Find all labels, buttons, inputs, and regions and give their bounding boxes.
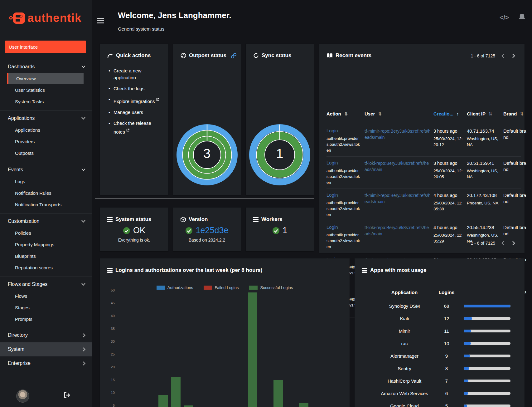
pagination-prev-icon[interactable] xyxy=(500,240,506,246)
pagination-label: 1 - 6 of 7125 xyxy=(471,53,495,58)
event-action-link[interactable]: Login xyxy=(326,192,338,198)
bell-icon[interactable] xyxy=(518,13,526,23)
avatar[interactable] xyxy=(16,390,29,403)
sidebar-item-flows[interactable]: Flows xyxy=(0,290,92,302)
sidebar-item-prompts[interactable]: Prompts xyxy=(0,313,92,325)
page-title: Welcome, Jens Langhammer. xyxy=(118,11,231,20)
event-user-link[interactable]: tf-mimir-repo:BeryJu/k8s:ref:refs/heads/… xyxy=(365,192,431,205)
app-usage-row: Sentry8 xyxy=(376,362,520,375)
legend-swatch xyxy=(249,286,258,290)
user-interface-button[interactable]: User interface xyxy=(5,41,86,53)
apps-col-application: Application xyxy=(376,290,433,295)
event-time-ago: 4 hours ago xyxy=(433,224,467,231)
chart-bar-successful-logins xyxy=(273,380,283,407)
legend-item-successful-logins[interactable]: Successful Logins xyxy=(249,285,293,290)
pagination-next-icon[interactable] xyxy=(510,53,517,59)
event-action-link[interactable]: Login xyxy=(326,224,338,230)
sidebar-item-logs[interactable]: Logs xyxy=(0,176,92,187)
sidebar-item-notification-transports[interactable]: Notification Transports xyxy=(0,199,92,210)
pagination-next-icon[interactable] xyxy=(510,240,517,246)
legend-item-authorizations[interactable]: Authorizations xyxy=(157,285,193,290)
events-col-client-ip[interactable]: Client IP⇅ xyxy=(467,111,503,116)
sidebar-item-applications[interactable]: Applications xyxy=(0,124,92,136)
sort-icon: ⇅ xyxy=(344,111,348,116)
chart-bar-successful-logins xyxy=(299,403,308,407)
event-action-link[interactable]: Login xyxy=(326,128,338,133)
quick-action-label: Check the release notes xyxy=(114,120,151,135)
sidebar-item-property-mappings[interactable]: Property Mappings xyxy=(0,239,92,250)
sidebar-item-reputation-scores[interactable]: Reputation scores xyxy=(0,262,92,273)
events-col-action[interactable]: Action⇅ xyxy=(326,111,365,116)
chart-bar-successful-logins xyxy=(158,395,168,407)
quick-action-explore-integrations[interactable]: Explore integrations xyxy=(108,96,163,105)
sidebar-section-applications[interactable]: Applications xyxy=(0,112,92,124)
pagination-prev-icon[interactable] xyxy=(500,53,506,59)
legend-item-failed-logins[interactable]: Failed Logins xyxy=(204,285,239,290)
system-status-value: OK xyxy=(133,226,145,235)
sidebar-item-system-tasks[interactable]: System Tasks xyxy=(0,96,92,107)
recent-events-card: Recent events 1 - 6 of 7125 Action⇅User⇅… xyxy=(319,44,525,253)
quick-action-manage-users[interactable]: Manage users xyxy=(108,109,163,116)
app-name: Alertmanager xyxy=(376,353,433,359)
sidebar-item-providers[interactable]: Providers xyxy=(0,136,92,147)
outpost-icon xyxy=(181,53,186,58)
app-usage-row: Synology DSM68 xyxy=(376,300,520,312)
event-user-link[interactable]: tf-mimir-repo:BeryJu/k8s:ref:refs/heads/… xyxy=(365,128,431,140)
section-divider xyxy=(95,199,314,199)
app-login-count: 8 xyxy=(433,366,461,371)
events-col-user[interactable]: User⇅ xyxy=(365,111,433,116)
events-col-creatio[interactable]: Creatio...↑ xyxy=(433,111,467,116)
logo-wordmark: authentik xyxy=(27,12,81,25)
sidebar-section-label: Applications xyxy=(8,115,35,121)
page-subtitle: General system status xyxy=(118,26,164,32)
events-table-header: Action⇅User⇅Creatio...↑Client IP⇅Brand⇅ xyxy=(326,111,521,121)
sidebar-item-blueprints[interactable]: Blueprints xyxy=(0,250,92,262)
code-icon[interactable]: </> xyxy=(500,14,509,21)
server-icon xyxy=(253,217,259,222)
quick-action-check-the-release-notes[interactable]: Check the release notes xyxy=(108,120,163,135)
event-row: Loginauthentik.providers.oauth2.views.to… xyxy=(326,221,521,253)
event-date: 25/03/2024, 12:20:05 xyxy=(433,168,465,180)
sidebar-item-stages[interactable]: Stages xyxy=(0,302,92,313)
sidebar-item-user-statistics[interactable]: User Statistics xyxy=(0,84,92,96)
hamburger-menu-icon[interactable] xyxy=(97,18,104,25)
sidebar-section-directory[interactable]: Directory xyxy=(0,328,92,342)
version-value-link[interactable]: 1e25d3e xyxy=(196,226,228,235)
link-icon[interactable] xyxy=(231,53,236,58)
sidebar-item-outposts[interactable]: Outposts xyxy=(0,147,92,159)
version-card: Version 1e25d3e Based on 2024.2.2 xyxy=(173,208,241,251)
app-usage-row: Kiali12 xyxy=(376,312,520,325)
quick-action-create-a-new-application[interactable]: Create a new application xyxy=(108,67,163,81)
y-axis-tick-label: 5 xyxy=(104,404,115,407)
sidebar-item-overview[interactable]: Overview xyxy=(7,73,84,84)
event-client-ip: 20.172.43.108 xyxy=(467,192,503,199)
server-icon xyxy=(362,268,367,273)
sidebar-item-policies[interactable]: Policies xyxy=(0,227,92,239)
event-date: 25/03/2024, 11:35:38 xyxy=(433,200,465,212)
check-circle-icon xyxy=(123,227,130,234)
event-context: authentik.providers.oauth2.views.token xyxy=(326,168,361,185)
sidebar-section: DashboardsOverviewUser StatisticsSystem … xyxy=(0,59,92,110)
usage-progress-bar xyxy=(464,342,510,345)
sidebar-section-events[interactable]: Events xyxy=(0,164,92,176)
events-col-brand[interactable]: Brand⇅ xyxy=(503,111,524,116)
logout-icon[interactable] xyxy=(64,392,70,400)
event-user-link[interactable]: tf-loki-repo:BeryJu/k8s:ref:refs/heads/m… xyxy=(365,160,431,173)
sidebar-section-customization[interactable]: Customization xyxy=(0,215,92,227)
event-action-link[interactable]: Login xyxy=(326,160,338,165)
sidebar-section-flows-and-stages[interactable]: Flows and Stages xyxy=(0,278,92,290)
sidebar-section-dashboards[interactable]: Dashboards xyxy=(0,61,92,73)
legend-swatch xyxy=(204,286,212,290)
sidebar-section-label: Customization xyxy=(8,218,39,224)
authentik-logo[interactable]: authentik xyxy=(9,11,81,25)
quick-action-check-the-logs[interactable]: Check the logs xyxy=(108,85,163,92)
app-name: Kiali xyxy=(376,315,433,322)
sidebar-section-system[interactable]: System xyxy=(0,342,92,356)
sidebar-item-notification-rules[interactable]: Notification Rules xyxy=(0,187,92,199)
sort-icon: ⇅ xyxy=(520,111,524,116)
sidebar-section-label: System xyxy=(8,346,24,352)
quick-actions-title: Quick actions xyxy=(116,52,151,59)
app-name: Amazon Web Services xyxy=(376,390,433,397)
event-user-link[interactable]: tf-loki-repo:BeryJu/k8s:ref:refs/heads/m… xyxy=(365,224,431,237)
chevron-down-icon xyxy=(81,220,85,223)
